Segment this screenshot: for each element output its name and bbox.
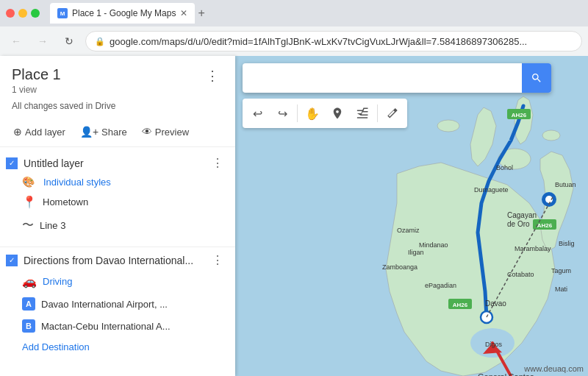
svg-text:Bohol: Bohol [496, 164, 513, 171]
svg-text:AH26: AH26 [512, 112, 527, 118]
individual-styles-label: Individual styles [43, 177, 111, 188]
tab-area: M Place 1 - Google My Maps ✕ + [50, 3, 582, 24]
waypoint-a-icon: A [22, 297, 35, 311]
browser-tab[interactable]: M Place 1 - Google My Maps ✕ [50, 3, 195, 24]
sidebar-actions: ⊕ Add layer 👤+ Share 👁 Preview [0, 117, 235, 147]
hometown-label: Hometown [43, 196, 88, 207]
url-text: google.com/maps/d/u/0/edit?mid=1fAlhTglJ… [110, 36, 573, 47]
toolbar-separator-2 [377, 104, 378, 122]
divider [0, 246, 235, 247]
svg-text:Dumaguete: Dumaguete [474, 186, 509, 194]
map-title: Place 1 [12, 66, 61, 83]
waypoint-a-label: Davao International Airport, ... [41, 299, 168, 310]
map-views: 1 view [12, 85, 61, 95]
svg-text:Marambalay: Marambalay [514, 245, 551, 252]
directions-menu[interactable]: ⋮ [209, 253, 226, 267]
pan-button[interactable]: ✋ [301, 102, 324, 125]
waypoint-b-item[interactable]: B Mactan-Cebu International A... [0, 315, 235, 337]
title-bar: M Place 1 - Google My Maps ✕ + [0, 0, 588, 26]
directions-name: Directions from Davao International... [24, 255, 203, 266]
ruler-button[interactable] [381, 102, 404, 125]
tab-close-icon[interactable]: ✕ [180, 8, 187, 18]
driving-label: Driving [43, 276, 72, 287]
waypoint-a-item[interactable]: A Davao International Airport, ... [0, 293, 235, 315]
svg-text:Tagum: Tagum [551, 267, 571, 274]
add-layer-label: Add layer [25, 127, 65, 138]
map-toolbar: ↩ ↪ ✋ [243, 99, 407, 128]
search-icon [531, 72, 542, 84]
svg-text:Butuan: Butuan [555, 181, 576, 188]
sidebar-header: Place 1 1 view ⋮ [0, 56, 235, 98]
drive-message: All changes saved in Drive [0, 98, 235, 117]
individual-styles-icon: 🎨 [22, 176, 35, 188]
add-marker-button[interactable] [326, 102, 349, 125]
draw-line-icon [356, 107, 369, 120]
svg-text:Digos: Digos [485, 341, 503, 348]
svg-point-7 [542, 130, 560, 141]
waypoint-b-label: Mactan-Cebu International A... [41, 321, 171, 332]
map-area[interactable]: AH26 AH26 AH26 ePagadian Mati Cebu [235, 56, 588, 376]
add-layer-button[interactable]: ⊕ Add layer [6, 121, 73, 142]
untitled-layer-name: Untitled layer [24, 157, 203, 169]
draw-line-button[interactable] [351, 102, 374, 125]
svg-text:Cagayan: Cagayan [507, 211, 537, 219]
svg-text:AH26: AH26 [537, 222, 553, 229]
svg-text:Zamboanga: Zamboanga [382, 263, 417, 271]
undo-button[interactable]: ↩ [245, 102, 269, 125]
layer-checkbox[interactable]: ✓ [6, 157, 18, 169]
svg-text:Mindanao: Mindanao [419, 241, 448, 249]
directions-checkbox[interactable]: ✓ [6, 255, 18, 266]
individual-styles-item[interactable]: 🎨 Individual styles [0, 173, 235, 191]
svg-text:ePagadian: ePagadian [425, 282, 456, 289]
minimize-button[interactable] [18, 9, 27, 18]
maximize-button[interactable] [31, 9, 40, 18]
watermark: www.deuaq.com [524, 364, 584, 373]
svg-text:de Oro: de Oro [507, 220, 530, 228]
untitled-layer-section: ✓ Untitled layer ⋮ 🎨 Individual styles 📍… [0, 147, 235, 244]
hometown-item[interactable]: 📍 Hometown [0, 191, 235, 213]
svg-text:Bislig: Bislig [559, 240, 575, 247]
driving-icon: 🚗 [22, 274, 37, 288]
map-search-button[interactable] [522, 63, 551, 93]
preview-button[interactable]: 👁 Preview [135, 121, 196, 142]
back-button[interactable]: ← [6, 31, 26, 52]
redo-button[interactable]: ↪ [270, 102, 294, 125]
new-tab-button[interactable]: + [198, 7, 204, 20]
svg-text:Iligan: Iligan [408, 249, 424, 256]
directions-section: ✓ Directions from Davao International...… [0, 250, 235, 363]
marker-icon [331, 107, 344, 120]
add-layer-icon: ⊕ [13, 126, 22, 138]
map-search-input[interactable] [243, 72, 522, 84]
url-bar[interactable]: 🔒 google.com/maps/d/u/0/edit?mid=1fAlhTg… [85, 31, 582, 52]
sidebar: Place 1 1 view ⋮ All changes saved in Dr… [0, 56, 235, 376]
tab-title: Place 1 - Google My Maps [72, 8, 176, 18]
address-bar: ← → ↻ 🔒 google.com/maps/d/u/0/edit?mid=1… [0, 26, 588, 56]
add-destination-button[interactable]: Add Destination [22, 341, 90, 352]
line3-item[interactable]: 〜 Line 3 [0, 213, 235, 238]
untitled-layer-header: ✓ Untitled layer ⋮ [0, 153, 235, 173]
untitled-layer-menu[interactable]: ⋮ [209, 156, 226, 170]
add-destination-area: Add Destination [0, 337, 235, 357]
line3-icon: 〜 [22, 218, 34, 233]
directions-header: ✓ Directions from Davao International...… [0, 250, 235, 270]
refresh-button[interactable]: ↻ [59, 31, 79, 52]
share-label: Share [101, 127, 127, 138]
map-info: Place 1 1 view [12, 66, 61, 95]
svg-text:Davao: Davao [485, 299, 506, 308]
forward-button[interactable]: → [32, 31, 53, 52]
share-button[interactable]: 👤+ Share [73, 121, 135, 142]
svg-text:Cotabato: Cotabato [507, 271, 534, 278]
waypoint-b-icon: B [22, 319, 35, 333]
hometown-pin-icon: 📍 [22, 195, 37, 209]
preview-label: Preview [155, 127, 189, 138]
map-search-bar[interactable] [243, 63, 551, 93]
svg-text:AH26: AH26 [453, 302, 468, 308]
traffic-lights [6, 9, 40, 18]
svg-text:Mati: Mati [555, 285, 567, 293]
map-menu-button[interactable]: ⋮ [201, 66, 223, 85]
close-button[interactable] [6, 9, 15, 18]
ruler-icon [386, 107, 399, 120]
driving-item[interactable]: 🚗 Driving [0, 270, 235, 293]
svg-text:Ozamiz: Ozamiz [397, 227, 420, 234]
toolbar-separator-1 [297, 104, 298, 122]
